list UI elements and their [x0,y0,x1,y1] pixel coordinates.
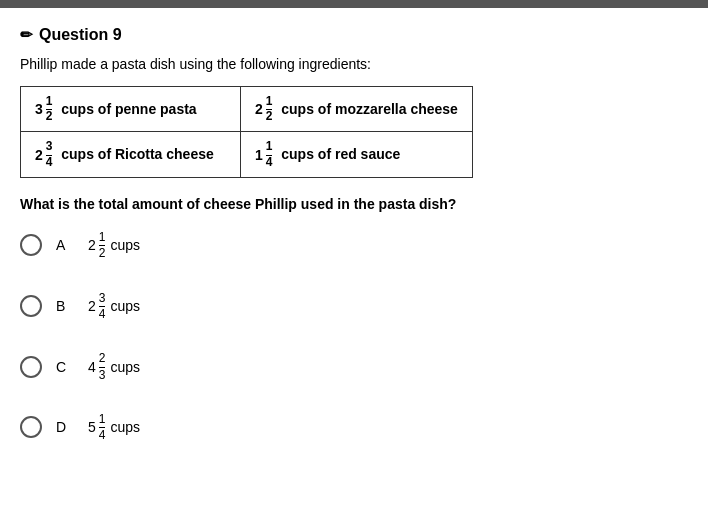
ricotta-label: cups of Ricotta cheese [61,147,214,163]
option-c: C 4 2 3 cups [20,351,688,382]
d-fraction: 1 4 [99,412,106,443]
question-intro: Phillip made a pasta dish using the foll… [20,56,688,72]
value-b: 2 3 4 cups [88,291,140,322]
mozz-den: 2 [266,110,273,123]
b-num: 3 [99,291,106,307]
c-den: 3 [99,368,106,382]
b-den: 4 [99,307,106,321]
letter-d: D [56,419,70,435]
question-number: Question 9 [39,26,122,44]
radio-d[interactable] [20,416,42,438]
c-whole: 4 [88,359,96,375]
penne-fraction: 1 2 [46,95,53,123]
mozz-fraction: 1 2 [266,95,273,123]
a-unit: cups [110,237,140,253]
options-list: A 2 1 2 cups B 2 3 4 cups [20,230,688,443]
ingredient-penne: 3 1 2 cups of penne pasta [21,87,241,132]
ingredients-table: 3 1 2 cups of penne pasta 2 1 2 cups of [20,86,473,178]
a-num: 1 [99,230,106,246]
a-den: 2 [99,246,106,260]
ricotta-whole: 2 [35,147,43,163]
mozz-whole: 2 [255,101,263,117]
d-unit: cups [110,419,140,435]
penne-num: 1 [46,95,53,110]
main-content: ✏ Question 9 Phillip made a pasta dish u… [0,8,708,528]
ingredient-redsauce: 1 1 4 cups of red sauce [241,132,473,177]
option-a: A 2 1 2 cups [20,230,688,261]
question-header: ✏ Question 9 [20,26,688,44]
radio-c[interactable] [20,356,42,378]
letter-b: B [56,298,70,314]
sub-question: What is the total amount of cheese Phill… [20,196,688,212]
ingredient-mozzarella: 2 1 2 cups of mozzarella cheese [241,87,473,132]
letter-a: A [56,237,70,253]
ingredient-ricotta: 2 3 4 cups of Ricotta cheese [21,132,241,177]
b-unit: cups [110,298,140,314]
top-bar [0,0,708,8]
ricotta-num: 3 [46,140,53,155]
value-d: 5 1 4 cups [88,412,140,443]
option-d: D 5 1 4 cups [20,412,688,443]
d-whole: 5 [88,419,96,435]
a-whole: 2 [88,237,96,253]
sauce-den: 4 [266,156,273,169]
d-num: 1 [99,412,106,428]
option-b: B 2 3 4 cups [20,291,688,322]
b-fraction: 3 4 [99,291,106,322]
penne-den: 2 [46,110,53,123]
ricotta-fraction: 3 4 [46,140,53,168]
sauce-label: cups of red sauce [281,147,400,163]
ricotta-den: 4 [46,156,53,169]
c-fraction: 2 3 [99,351,106,382]
ingredients-row-2: 2 3 4 cups of Ricotta cheese 1 1 4 cups [21,132,473,177]
radio-b[interactable] [20,295,42,317]
sauce-num: 1 [266,140,273,155]
ingredients-row-1: 3 1 2 cups of penne pasta 2 1 2 cups of [21,87,473,132]
penne-whole: 3 [35,101,43,117]
sauce-whole: 1 [255,147,263,163]
b-whole: 2 [88,298,96,314]
mozz-num: 1 [266,95,273,110]
mozz-label: cups of mozzarella cheese [281,101,458,117]
value-c: 4 2 3 cups [88,351,140,382]
d-den: 4 [99,428,106,442]
a-fraction: 1 2 [99,230,106,261]
c-unit: cups [110,359,140,375]
c-num: 2 [99,351,106,367]
pencil-icon: ✏ [20,26,33,44]
radio-a[interactable] [20,234,42,256]
penne-label: cups of penne pasta [61,101,196,117]
letter-c: C [56,359,70,375]
value-a: 2 1 2 cups [88,230,140,261]
sauce-fraction: 1 4 [266,140,273,168]
